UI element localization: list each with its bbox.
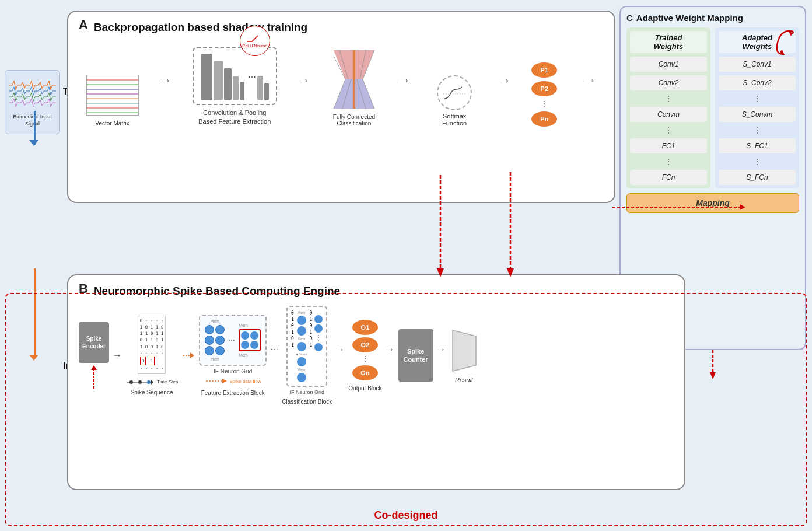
svg-rect-20 (353, 50, 355, 109)
if-row-5 (241, 341, 258, 349)
classif-c4 (297, 357, 306, 366)
softmax-circle (437, 75, 472, 110)
spike-encoder-wrapper: SpikeEncoder (79, 322, 109, 389)
arrow-classif-out: → (335, 344, 345, 366)
time-step-svg (125, 378, 155, 387)
cnn-layer-3 (224, 68, 232, 100)
if-c1 (205, 325, 214, 334)
arrow-enc-grid: → (113, 350, 122, 361)
adapted-convm: S_Convm (719, 107, 796, 122)
spike-encoder-box: SpikeEncoder (79, 322, 109, 363)
relu-svg (246, 33, 264, 44)
trained-fc1: FC1 (630, 138, 707, 153)
if-c10 (250, 341, 258, 349)
result-wrapper: Result (450, 327, 479, 383)
mem-label-4: Mem (239, 353, 261, 357)
classif-out-circles: ⋮ (314, 310, 323, 382)
mem-label-2: Mem (205, 357, 225, 361)
adapted-conv2: S_Conv2 (719, 75, 796, 90)
classif-c5 (297, 373, 306, 382)
svg-marker-36 (453, 330, 476, 371)
fc-label: Fully ConnectedClassification (333, 114, 375, 127)
feat-dots-between: ⋯ (270, 345, 278, 366)
vector-matrix-label: Vector Matrix (95, 120, 129, 127)
svg-point-28 (130, 380, 133, 384)
if-neuron-label: IF Neuron Grid (214, 368, 252, 375)
out-c1 (314, 315, 323, 323)
result-shape-svg (450, 327, 479, 374)
bio-signal-label: Biomedical Input Signal (8, 114, 57, 127)
feat-dots: ⋯ (228, 336, 235, 344)
cnn-layers: ⋯ (201, 54, 269, 100)
output-neurons-a: P1 P2 ⋮ Pn (531, 62, 557, 127)
output-o2: O2 (352, 337, 378, 352)
spike-data-flow-label: Spike data flow (230, 379, 261, 384)
if-neuron-grid-label2: IF Neuron Grid (289, 389, 324, 395)
classif-wrapper: 010101 Mem Mem ■ Mem Mem (282, 306, 332, 405)
classif-grid: 010101 Mem Mem ■ Mem Mem (286, 306, 327, 387)
train-arrow-head (29, 140, 38, 146)
classif-neurons: Mem Mem ■ Mem Mem (296, 310, 307, 382)
arrow-spike-result: → (437, 344, 446, 366)
trained-dots2: ⋮ (630, 125, 707, 135)
softmax-block: Softmax Function (431, 75, 478, 127)
svg-point-30 (147, 380, 150, 384)
section-c-letter: C (626, 13, 633, 23)
adapted-fc1: S_FC1 (719, 138, 796, 153)
mem-bot: Mem (297, 368, 306, 372)
encoder-up-arrow (88, 365, 100, 389)
conv-dots: ⋯ (248, 72, 256, 82)
section-a-label: A (79, 18, 88, 33)
arrow2: → (298, 73, 310, 88)
feat-extraction-wrapper: Mem (199, 315, 267, 396)
matrix-svg (87, 75, 139, 116)
svg-marker-31 (151, 380, 153, 385)
time-step-label: Time Step (157, 379, 178, 385)
spike-sequence-label: Spike Sequence (131, 389, 173, 396)
trained-dots1: ⋮ (630, 94, 707, 103)
neuron-pn: Pn (531, 111, 557, 127)
arrow-out-spike: → (386, 344, 395, 366)
spike-counter-wrapper: SpikeCounter (398, 329, 433, 382)
cnn-layer-6 (257, 76, 263, 100)
output-block-label: Output Block (348, 385, 382, 392)
adapted-dots2: ⋮ (719, 125, 796, 135)
arrow5: → (583, 73, 596, 88)
arrow3: → (398, 73, 411, 88)
out-c3 (314, 343, 323, 351)
trained-convm: Convm (630, 107, 707, 122)
binary-grid: 0 · · · · 1 0 1 1 0 1 1 0 1 1 0 1 1 0 1 … (138, 316, 166, 374)
if-c2 (215, 325, 225, 334)
if-row-3 (205, 346, 225, 355)
result-label: Result (455, 376, 473, 383)
feat-extraction-block: Mem (199, 315, 267, 366)
mem-small: ■ Mem (296, 352, 307, 356)
arrow4: → (498, 73, 511, 88)
section-b-header: B Neuromorphic Spike Based Computing Eng… (79, 281, 674, 301)
neuron-p1: P1 (531, 62, 557, 78)
classif-c3 (297, 342, 306, 351)
if-grid-2-inner (239, 329, 261, 351)
fc-block: Fully ConnectedClassification (331, 47, 377, 127)
output-o1: O1 (352, 320, 378, 335)
svg-point-29 (138, 380, 142, 384)
if-row-2 (205, 336, 225, 345)
svg-marker-26 (91, 365, 97, 370)
red-curved-arrow (763, 28, 798, 57)
infer-arrow-head (29, 355, 38, 361)
classif-label: Classification Block (282, 399, 332, 405)
adapted-conv1: S_Conv1 (719, 57, 796, 72)
conv-pool-block: ReLU Neuron ⋯ Convoluti (192, 47, 277, 127)
classif-row-top: 010101 Mem Mem ■ Mem Mem (291, 310, 323, 382)
time-step-row: Time Step (125, 378, 178, 387)
section-b-label: B (79, 281, 88, 296)
mem-label-1: Mem (205, 319, 225, 323)
trained-conv2: Conv2 (630, 75, 707, 90)
cnn-layer-7 (264, 83, 269, 100)
if-c6 (215, 346, 225, 355)
cnn-layer-5 (240, 82, 244, 100)
svg-marker-24 (710, 372, 716, 379)
if-c7 (241, 331, 249, 340)
if-row-4 (241, 331, 258, 340)
if-c8 (250, 331, 258, 340)
